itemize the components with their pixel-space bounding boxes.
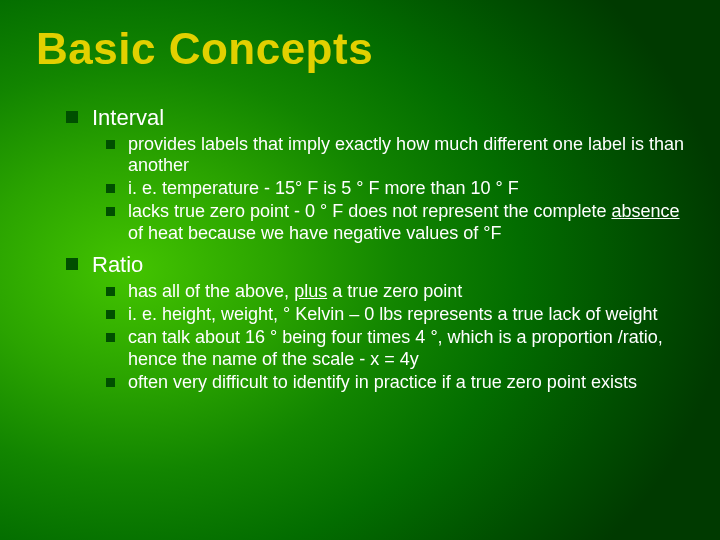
section-heading: Interval xyxy=(92,105,164,130)
sub-item: lacks true zero point - 0 ° F does not r… xyxy=(106,201,684,245)
slide: Basic Concepts Intervalprovides labels t… xyxy=(0,0,720,540)
sub-list: provides labels that imply exactly how m… xyxy=(106,134,684,246)
sub-item: i. e. height, weight, ° Kelvin – 0 lbs r… xyxy=(106,304,684,326)
sub-item: i. e. temperature - 15° F is 5 ° F more … xyxy=(106,178,684,200)
sub-item: often very difficult to identify in prac… xyxy=(106,372,684,394)
sub-list: has all of the above, plus a true zero p… xyxy=(106,281,684,394)
section-item: Ratiohas all of the above, plus a true z… xyxy=(66,251,684,393)
sub-item: provides labels that imply exactly how m… xyxy=(106,134,684,178)
sub-item: can talk about 16 ° being four times 4 °… xyxy=(106,327,684,371)
section-heading: Ratio xyxy=(92,252,143,277)
section-item: Intervalprovides labels that imply exact… xyxy=(66,104,684,245)
slide-title: Basic Concepts xyxy=(36,24,684,74)
sub-item: has all of the above, plus a true zero p… xyxy=(106,281,684,303)
bullet-list: Intervalprovides labels that imply exact… xyxy=(66,104,684,394)
